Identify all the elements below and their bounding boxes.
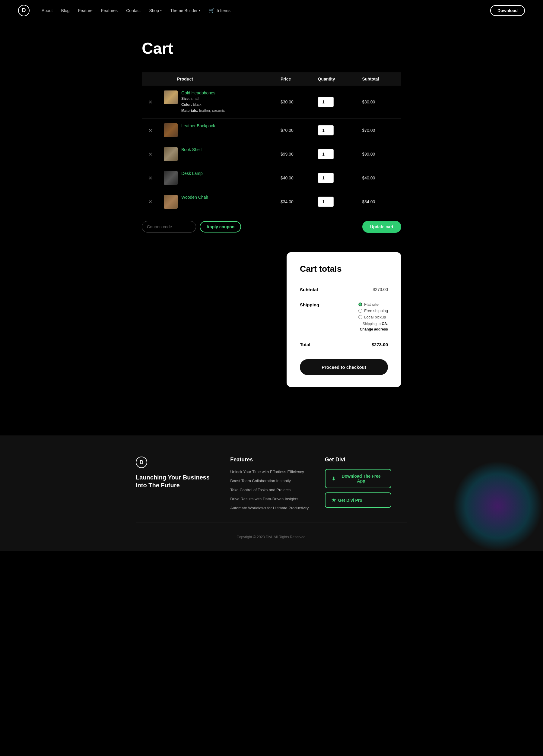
product-cell: Gold Headphones Size: smallColor: blackM…: [159, 86, 276, 119]
footer-divider: [136, 523, 407, 523]
product-info: Wooden Chair: [181, 195, 208, 200]
qty-cell: [313, 190, 358, 214]
shipping-local[interactable]: Local pickup: [358, 315, 386, 319]
price-cell: $34.00: [276, 190, 313, 214]
footer-features-title: Features: [230, 457, 313, 463]
site-logo: D: [18, 5, 30, 16]
nav-blog[interactable]: Blog: [61, 8, 70, 13]
shipping-row: Shipping Flat rate Free shipping Local p…: [300, 297, 388, 337]
page-title: Cart: [142, 39, 401, 57]
chevron-down-icon: ▾: [199, 9, 200, 12]
subtotal-cell: $70.00: [357, 119, 401, 142]
footer-download-app-button[interactable]: ⬇ Download The Free App: [325, 469, 391, 488]
product-name-link[interactable]: Gold Headphones: [181, 90, 225, 95]
product-thumbnail: [164, 90, 178, 104]
footer-feature-link[interactable]: Take Control of Tasks and Projects: [230, 488, 291, 492]
footer-features-col: Features Unlock Your Time with Effortles…: [230, 457, 313, 511]
footer: D Launching Your Business Into The Futur…: [0, 435, 543, 551]
footer-tagline: Launching Your Business Into The Future: [136, 473, 218, 489]
cart-count: 5 Items: [216, 8, 230, 13]
subtotal-value: $273.00: [373, 287, 388, 292]
product-name-link[interactable]: Leather Backpack: [181, 123, 215, 128]
product-info: Desk Lamp: [181, 171, 203, 176]
footer-feature-item: Boost Team Collaboration Instantly: [230, 478, 313, 483]
quantity-input[interactable]: [318, 125, 334, 135]
footer-feature-links: Unlock Your Time with Effortless Efficie…: [230, 469, 313, 511]
apply-coupon-button[interactable]: Apply coupon: [200, 221, 241, 232]
cart-table: Product Price Quantity Subtotal ✕ Gold H…: [142, 72, 401, 214]
star-icon: ★: [332, 497, 336, 503]
footer-logo: D: [136, 457, 147, 468]
remove-item-button[interactable]: ✕: [147, 175, 154, 182]
footer-feature-link[interactable]: Automate Workflows for Ultimate Producti…: [230, 506, 309, 510]
subtotal-row: Subtotal $273.00: [300, 282, 388, 297]
change-address-link[interactable]: Change address: [360, 327, 388, 331]
product-name-link[interactable]: Wooden Chair: [181, 195, 208, 200]
qty-cell: [313, 119, 358, 142]
product-cell: Book Shelf: [159, 142, 276, 166]
subtotal-label: Subtotal: [300, 287, 318, 292]
cart-totals-title: Cart totals: [300, 264, 388, 274]
nav-features[interactable]: Features: [101, 8, 118, 13]
footer-grid: D Launching Your Business Into The Futur…: [136, 457, 407, 511]
footer-get-pro-button[interactable]: ★ Get Divi Pro: [325, 492, 391, 508]
navbar: D About Blog Feature Features Contact Sh…: [0, 0, 543, 21]
cart-actions: Apply coupon Update cart: [142, 214, 401, 240]
product-name-link[interactable]: Desk Lamp: [181, 171, 203, 176]
proceed-to-checkout-button[interactable]: Proceed to checkout: [300, 359, 388, 375]
product-info: Leather Backpack: [181, 123, 215, 128]
quantity-input[interactable]: [318, 97, 334, 107]
shipping-flat-rate[interactable]: Flat rate: [358, 302, 379, 307]
nav-shop-dropdown[interactable]: Shop ▾: [149, 8, 162, 13]
footer-feature-link[interactable]: Drive Results with Data-Driven Insights: [230, 497, 298, 501]
nav-feature[interactable]: Feature: [78, 8, 93, 13]
nav-download-button[interactable]: Download: [490, 5, 525, 16]
nav-contact[interactable]: Contact: [126, 8, 140, 13]
nav-about[interactable]: About: [42, 8, 53, 13]
shipping-free[interactable]: Free shipping: [358, 308, 388, 313]
subtotal-cell: $40.00: [357, 166, 401, 190]
table-row: ✕ Leather Backpack $70.00 $70.00: [142, 119, 401, 142]
footer-cta-buttons: ⬇ Download The Free App ★ Get Divi Pro: [325, 469, 407, 508]
product-info: Gold Headphones Size: smallColor: blackM…: [181, 90, 225, 113]
footer-get-divi-title: Get Divi: [325, 457, 407, 463]
coupon-input[interactable]: [142, 221, 196, 232]
qty-cell: [313, 166, 358, 190]
product-cell: Wooden Chair: [159, 190, 276, 214]
product-name-link[interactable]: Book Shelf: [181, 147, 202, 152]
nav-cart[interactable]: 🛒 5 Items: [209, 8, 230, 13]
subtotal-cell: $99.00: [357, 142, 401, 166]
product-info: Book Shelf: [181, 147, 202, 152]
remove-item-button[interactable]: ✕: [147, 127, 154, 134]
cart-totals-panel: Cart totals Subtotal $273.00 Shipping Fl…: [287, 252, 401, 387]
remove-item-button[interactable]: ✕: [147, 151, 154, 158]
product-thumbnail: [164, 123, 178, 137]
remove-item-button[interactable]: ✕: [147, 198, 154, 205]
footer-get-divi-col: Get Divi ⬇ Download The Free App ★ Get D…: [325, 457, 407, 511]
footer-feature-link[interactable]: Unlock Your Time with Effortless Efficie…: [230, 470, 304, 474]
remove-item-button[interactable]: ✕: [147, 99, 154, 106]
update-cart-button[interactable]: Update cart: [362, 221, 401, 233]
total-label: Total: [300, 342, 311, 347]
quantity-input[interactable]: [318, 173, 334, 183]
cart-totals-wrapper: Cart totals Subtotal $273.00 Shipping Fl…: [142, 252, 401, 387]
quantity-input[interactable]: [318, 197, 334, 207]
footer-copyright: Copyright © 2023 Divi. All Rights Reserv…: [18, 535, 525, 539]
qty-cell: [313, 86, 358, 119]
subtotal-cell: $34.00: [357, 190, 401, 214]
table-row: ✕ Wooden Chair $34.00 $34.00: [142, 190, 401, 214]
price-cell: $30.00: [276, 86, 313, 119]
table-row: ✕ Gold Headphones Size: smallColor: blac…: [142, 86, 401, 119]
download-icon: ⬇: [332, 476, 336, 482]
footer-feature-link[interactable]: Boost Team Collaboration Instantly: [230, 479, 291, 483]
nav-theme-builder-dropdown[interactable]: Theme Builder ▾: [170, 8, 200, 13]
product-cell: Desk Lamp: [159, 166, 276, 190]
page-content: Cart Product Price Quantity Subtotal ✕ G…: [136, 21, 407, 411]
col-subtotal: Subtotal: [357, 72, 401, 86]
col-quantity: Quantity: [313, 72, 358, 86]
subtotal-cell: $30.00: [357, 86, 401, 119]
remove-cell: ✕: [142, 190, 159, 214]
shipping-address: Shipping to CA. Change address: [358, 321, 388, 332]
col-remove: [142, 72, 159, 86]
quantity-input[interactable]: [318, 149, 334, 159]
